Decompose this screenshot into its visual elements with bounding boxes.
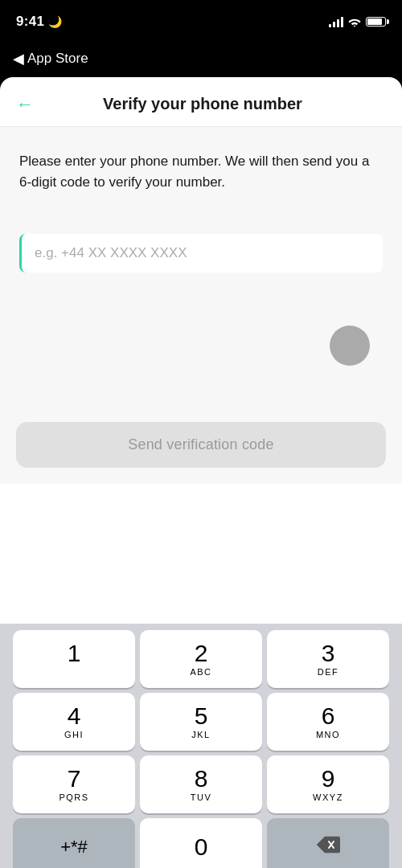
contact-avatar-placeholder [330, 326, 370, 366]
keyboard-row-4: +*# 0 [3, 818, 399, 868]
header-back-button[interactable]: ← [16, 96, 34, 113]
keyboard-row-3: 7 PQRS 8 TUV 9 WXYZ [3, 755, 399, 813]
keyboard-row-2: 4 GHI 5 JKL 6 MNO [3, 693, 399, 751]
back-chevron-icon: ◀ [13, 51, 24, 66]
key-9[interactable]: 9 WXYZ [267, 755, 389, 813]
key-4[interactable]: 4 GHI [13, 693, 135, 751]
key-3[interactable]: 3 DEF [267, 630, 389, 688]
wifi-icon [348, 17, 361, 27]
phone-input-wrapper[interactable] [19, 234, 383, 272]
status-time-area: 9:41 🌙 [16, 14, 62, 30]
spacer-area [0, 285, 402, 414]
main-card: ← Verify your phone number Please enter … [0, 77, 402, 624]
numeric-keyboard: 1 2 ABC 3 DEF 4 GHI 5 JKL 6 MNO 7 PQRS [0, 624, 402, 868]
status-icons [329, 16, 386, 27]
description-text: Please enter your phone number. We will … [19, 151, 383, 194]
delete-icon [316, 836, 340, 858]
status-bar: 9:41 🌙 [0, 0, 402, 43]
key-special[interactable]: +*# [13, 818, 135, 868]
card-header: ← Verify your phone number [0, 77, 402, 127]
delete-key[interactable] [267, 818, 389, 868]
moon-icon: 🌙 [48, 15, 62, 28]
time-display: 9:41 [16, 14, 44, 29]
card-body: Please enter your phone number. We will … [0, 127, 402, 234]
keyboard-row-1: 1 2 ABC 3 DEF [3, 630, 399, 688]
key-6[interactable]: 6 MNO [267, 693, 389, 751]
key-8[interactable]: 8 TUV [140, 755, 262, 813]
battery-icon [366, 17, 386, 27]
page-title: Verify your phone number [43, 95, 362, 113]
key-7[interactable]: 7 PQRS [13, 755, 135, 813]
key-5[interactable]: 5 JKL [140, 693, 262, 751]
key-0[interactable]: 0 [140, 818, 262, 868]
send-verification-button[interactable]: Send verification code [16, 422, 386, 468]
send-button-wrapper: Send verification code [0, 414, 402, 484]
signal-icon [329, 16, 343, 27]
app-store-nav: ◀ App Store [0, 43, 402, 74]
svg-point-0 [354, 26, 356, 27]
key-1[interactable]: 1 [13, 630, 135, 688]
key-2[interactable]: 2 ABC [140, 630, 262, 688]
app-store-back-button[interactable]: ◀ App Store [13, 51, 88, 67]
phone-number-input[interactable] [35, 245, 370, 261]
phone-input-section [0, 234, 402, 285]
back-label: App Store [27, 51, 88, 67]
